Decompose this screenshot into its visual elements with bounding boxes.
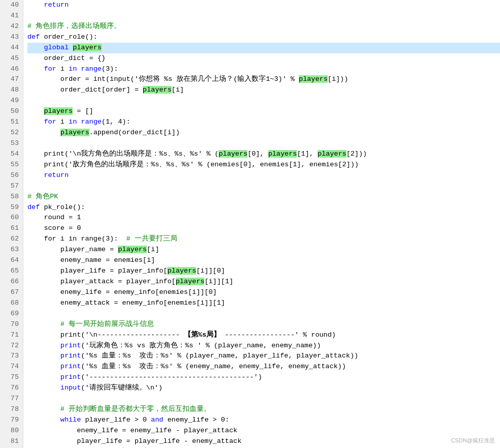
line-number: 40 <box>4 0 19 11</box>
code-line <box>27 11 500 21</box>
code-line: players = [] <box>27 106 500 117</box>
line-number-gutter: 4041424344454647484950515253545556575859… <box>0 0 23 448</box>
code-line: def order_role(): <box>27 32 500 43</box>
line-number: 53 <box>4 138 19 149</box>
line-number: 75 <box>4 372 19 383</box>
code-line: global players <box>27 43 500 53</box>
code-line <box>27 309 500 319</box>
code-line: # 每一局开始前展示战斗信息 <box>27 319 500 330</box>
code-line: print('---------------------------------… <box>27 372 500 383</box>
code-line: print('敌方角色的出场顺序是：%s、%s、%s' % (enemies[0… <box>27 160 500 170</box>
line-number: 56 <box>4 170 19 181</box>
line-number: 78 <box>4 404 19 415</box>
code-line: print('\n我方角色的出场顺序是：%s、%s、%s' % (players… <box>27 149 500 160</box>
line-number: 51 <box>4 117 19 128</box>
code-line: return <box>27 0 500 11</box>
code-line <box>27 96 500 106</box>
line-number: 63 <box>4 245 19 255</box>
code-line: player_attack = player_info[players[i]][… <box>27 277 500 287</box>
code-line <box>27 394 500 404</box>
line-number: 66 <box>4 277 19 287</box>
line-number: 60 <box>4 213 19 223</box>
code-line: enemy_name = enemies[i] <box>27 255 500 266</box>
code-line: for i in range(1, 4): <box>27 117 500 128</box>
line-number: 50 <box>4 106 19 117</box>
line-number: 55 <box>4 160 19 170</box>
code-line: enemy_life = enemy_info[enemies[i]][0] <box>27 287 500 298</box>
line-number: 68 <box>4 298 19 309</box>
code-line: player_life = player_info[players[i]][0] <box>27 266 500 277</box>
line-number: 46 <box>4 64 19 75</box>
code-line <box>27 138 500 149</box>
line-number: 81 <box>4 436 19 447</box>
line-number: 76 <box>4 383 19 394</box>
code-line: # 开始判断血量是否都大于零，然后互扣血量。 <box>27 404 500 415</box>
line-number: 64 <box>4 255 19 266</box>
line-number: 49 <box>4 96 19 106</box>
code-line: player_name = players[i] <box>27 245 500 255</box>
line-number: 42 <box>4 21 19 32</box>
code-line: round = 1 <box>27 213 500 223</box>
code-line: enemy_attack = enemy_info[enemies[i]][1] <box>27 298 500 309</box>
line-number: 48 <box>4 85 19 96</box>
code-line: # 角色PK <box>27 192 500 202</box>
line-number: 80 <box>4 426 19 436</box>
line-number: 65 <box>4 266 19 277</box>
code-line: print('\n-------------------- 【第%s局】 ---… <box>27 330 500 341</box>
line-number: 62 <box>4 234 19 245</box>
line-number: 41 <box>4 11 19 21</box>
line-number: 79 <box>4 415 19 426</box>
line-number: 71 <box>4 330 19 341</box>
code-content[interactable]: return # 角色排序，选择出场顺序。def order_role(): g… <box>23 0 500 448</box>
code-line: print('%s 血量：%s 攻击：%s' % (enemy_name, en… <box>27 362 500 372</box>
line-number: 47 <box>4 74 19 85</box>
code-line: def pk_role(): <box>27 202 500 213</box>
line-number: 72 <box>4 341 19 351</box>
line-number: 57 <box>4 181 19 192</box>
line-number: 58 <box>4 192 19 202</box>
code-line: order_dict[order] = players[i] <box>27 85 500 96</box>
code-line: # 角色排序，选择出场顺序。 <box>27 21 500 32</box>
line-number: 69 <box>4 309 19 319</box>
line-number: 59 <box>4 202 19 213</box>
code-line: player_life = player_life - enemy_attack <box>27 436 500 447</box>
code-line: for i in range(3): # 一共要打三局 <box>27 234 500 245</box>
code-line: print('%s 血量：%s 攻击：%s' % (player_name, p… <box>27 351 500 362</box>
line-number: 77 <box>4 394 19 404</box>
code-line: print('玩家角色：%s vs 敌方角色：%s ' % (player_na… <box>27 341 500 351</box>
code-line: return <box>27 170 500 181</box>
watermark: CSDN@疯狂淮思 <box>451 436 495 445</box>
line-number: 74 <box>4 362 19 372</box>
line-number: 70 <box>4 319 19 330</box>
line-number: 67 <box>4 287 19 298</box>
code-line: input('请按回车键继续。\n') <box>27 383 500 394</box>
line-number: 61 <box>4 223 19 234</box>
line-number: 52 <box>4 128 19 138</box>
code-line: order = int(input('你想将 %s 放在第几个上场？(输入数字1… <box>27 74 500 85</box>
line-number: 73 <box>4 351 19 362</box>
code-editor: 4041424344454647484950515253545556575859… <box>0 0 500 448</box>
code-line: players.append(order_dict[i]) <box>27 128 500 138</box>
line-number: 45 <box>4 53 19 64</box>
code-line: enemy_life = enemy_life - player_attack <box>27 426 500 436</box>
line-number: 43 <box>4 32 19 43</box>
line-number: 54 <box>4 149 19 160</box>
code-line: score = 0 <box>27 223 500 234</box>
code-line <box>27 181 500 192</box>
code-line: while player_life > 0 and enemy_life > 0… <box>27 415 500 426</box>
line-number: 44 <box>4 43 19 53</box>
code-line: order_dict = {} <box>27 53 500 64</box>
code-line: for i in range(3): <box>27 64 500 75</box>
